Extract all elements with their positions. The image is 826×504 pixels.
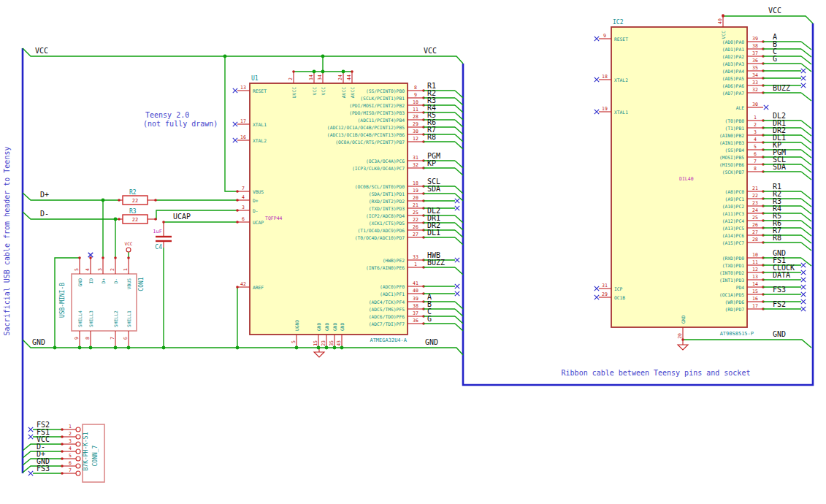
- r3-reference: R3: [129, 208, 137, 215]
- wire-end-dot: [89, 256, 92, 259]
- ic2-pin-number: 34: [752, 72, 758, 78]
- u1-value: ATMEGA32U4-A: [370, 337, 407, 343]
- u1-pin-number: 38: [413, 303, 418, 309]
- wire-end-dot: [127, 256, 130, 259]
- wire-end-dot: [162, 221, 165, 224]
- u1-pin-number: 24: [337, 75, 343, 80]
- no-connect-icon: [594, 110, 599, 114]
- u1-pin-name: UGND: [294, 320, 299, 331]
- bus-entry: [801, 199, 811, 207]
- ic2-pin-number: 19: [602, 106, 608, 112]
- u1-pin-name: (RXD/INT2)PD2: [369, 199, 405, 204]
- no-connect-icon: [801, 285, 806, 289]
- ribbon-cable-note: Ribbon cable between Teensy pins and soc…: [562, 369, 751, 377]
- con1-pin-number: 3: [97, 268, 103, 271]
- r3-value: 22: [132, 217, 138, 223]
- ic2-pin-number: 23: [752, 200, 758, 206]
- u1-pin-name: (ICP2/ADC8)PD4: [366, 213, 405, 218]
- conn7-pin-circle: [76, 464, 80, 468]
- ic2-pin-name: (MISO)PB6: [719, 162, 744, 167]
- ic2-pin-name: (SCK)PB7: [722, 169, 745, 175]
- net-label: GND: [773, 330, 786, 338]
- u1-pin-name: VBUS: [253, 189, 264, 194]
- no-connect-icon: [233, 138, 237, 142]
- r2-value: 22: [132, 198, 138, 204]
- ic2-pin-number: 28: [752, 237, 758, 243]
- ic2-pin-number: 24: [752, 207, 758, 213]
- ic2-pin-number: 37: [752, 50, 758, 56]
- junction-dot: [162, 346, 166, 350]
- ic2-pin-name: (AIN1)PB3: [719, 140, 744, 145]
- u1-pin-name: (T1/OC4D/ADC9)PD6: [358, 228, 405, 233]
- u1-pin-name: (ADC7/TDI)PF7: [369, 321, 405, 327]
- no-connect-icon: [233, 88, 237, 93]
- ic2-footprint: DIL40: [679, 176, 694, 182]
- junction-dot: [127, 346, 131, 350]
- ic2-pin-number: 39: [752, 36, 758, 42]
- bus-entry: [455, 168, 463, 175]
- ic2-pin-number: 11: [752, 259, 758, 265]
- bus-entry: [801, 213, 811, 221]
- u1-pin-name: VCC: [321, 87, 326, 96]
- ic2-pin-name: XTAL2: [614, 77, 628, 83]
- u1-pin-number: 2: [288, 77, 294, 80]
- wire: [156, 210, 237, 219]
- bus-entry: [455, 105, 463, 112]
- u1-pin-number: 16: [240, 134, 246, 140]
- u1-pin-name: AREF: [253, 285, 264, 290]
- u1-pin-name: RESET: [253, 88, 267, 93]
- c4-reference: C4: [155, 244, 162, 251]
- u1-pin-number: 27: [413, 232, 418, 237]
- ic2-pin-name: RESET: [614, 37, 628, 42]
- bus-entry: [455, 112, 463, 120]
- net-label: BUZZ: [427, 259, 445, 267]
- wire: [23, 212, 119, 219]
- u1-pin-number: 3: [242, 205, 245, 210]
- con1-pin-number: 2: [110, 268, 115, 271]
- no-connect-icon: [233, 122, 237, 126]
- ic2-pin-name: (AD5)PA5: [722, 76, 745, 81]
- ic2-pin-number: 16: [752, 296, 758, 302]
- ic2-pin-number: 31: [602, 283, 608, 289]
- u1-pin-name: (T0/OC4D/ADC10)PD7: [355, 235, 405, 240]
- ic2-pin-number: 6: [754, 151, 757, 157]
- net-label: VCC: [768, 7, 781, 15]
- ic2-pin-number: 15: [752, 289, 758, 294]
- wire: [723, 16, 813, 23]
- wire: [23, 193, 119, 200]
- ic2-pin-number: 14: [752, 281, 758, 287]
- u1-pin-name: (ADC6/TDO)PF6: [369, 314, 405, 319]
- net-label: G: [427, 315, 432, 323]
- wire-end-dot: [681, 338, 684, 341]
- net-label: VCC: [35, 47, 48, 55]
- bus-entry: [801, 121, 811, 129]
- bus-entry: [801, 164, 811, 172]
- u1-pin-name: (ADC0)PF0: [380, 284, 405, 289]
- u1-pin-number: 4: [242, 194, 245, 200]
- u1-pin-number: 36: [413, 318, 418, 324]
- con1-pin-name: SHELL2: [113, 310, 118, 327]
- u1-pin-number: 14: [308, 75, 314, 80]
- u1-pin-name: (SDA/INT1)PD1: [369, 191, 405, 196]
- wire: [683, 340, 811, 348]
- net-label: FS3: [37, 465, 50, 473]
- wire-end-dot: [78, 256, 81, 259]
- net-label: D+: [40, 191, 49, 199]
- ic2-pin-number: 7: [754, 159, 757, 164]
- net-label: D-: [40, 210, 49, 218]
- no-connect-icon: [801, 307, 806, 311]
- u1-pin-number: 20: [413, 195, 418, 201]
- pin-end-dot: [236, 221, 239, 224]
- junction-dot: [53, 346, 57, 350]
- junction-dot: [325, 346, 329, 350]
- ic2-pin-name: GND: [681, 315, 686, 324]
- bus-entry: [455, 309, 463, 316]
- con1-pin-name: SHELL1: [126, 310, 131, 327]
- net-label: FS2: [773, 300, 786, 308]
- u1-pin-number: 15: [313, 340, 318, 346]
- no-connect-icon: [801, 278, 806, 282]
- pin-end-dot: [236, 209, 239, 212]
- ic2-pin-number: 26: [752, 222, 758, 228]
- bus-entry: [801, 221, 811, 229]
- teensy-note: Teensy 2.0: [145, 111, 189, 119]
